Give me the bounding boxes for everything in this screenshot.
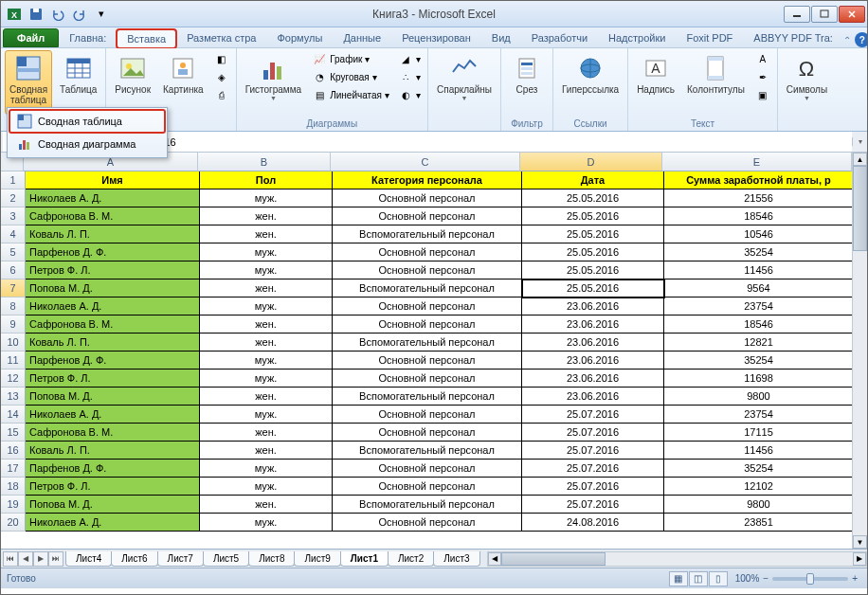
header-cell[interactable]: Пол	[200, 171, 333, 189]
sheet-tab-Лист7[interactable]: Лист7	[157, 551, 204, 567]
row-header-10[interactable]: 10	[1, 334, 26, 352]
zoom-slider[interactable]	[772, 577, 848, 581]
undo-icon[interactable]	[48, 5, 67, 24]
help-icon[interactable]: ?	[855, 32, 868, 47]
cell[interactable]: 25.05.2016	[522, 243, 664, 261]
row-header-6[interactable]: 6	[1, 261, 26, 279]
tab-данные[interactable]: Данные	[333, 28, 391, 47]
tab-foxit pdf[interactable]: Foxit PDF	[676, 28, 743, 47]
cell[interactable]: Вспомогательный персонал	[333, 496, 522, 514]
sheet-tab-Лист9[interactable]: Лист9	[294, 551, 340, 567]
formula-input[interactable]: 25.05.2016	[119, 132, 852, 152]
col-header-C[interactable]: C	[331, 153, 520, 171]
symbols-button[interactable]: Ω Символы ▼	[782, 50, 832, 104]
cell[interactable]: 24.08.2016	[522, 514, 664, 532]
zoom-thumb[interactable]	[806, 573, 814, 585]
pivot-chart-menuitem[interactable]: Сводная диаграмма	[9, 133, 165, 155]
row-header-16[interactable]: 16	[1, 442, 26, 460]
cell[interactable]: 12102	[664, 478, 852, 496]
row-header-13[interactable]: 13	[1, 388, 26, 406]
cell[interactable]: муж.	[200, 189, 333, 207]
cell[interactable]: Вспомогательный персонал	[333, 225, 522, 243]
redo-icon[interactable]	[70, 5, 89, 24]
cell[interactable]: муж.	[200, 243, 333, 261]
cell[interactable]: Основной персонал	[333, 243, 522, 261]
cell[interactable]: жен.	[200, 442, 333, 460]
pivot-table-button[interactable]: Сводная таблица ▼	[5, 50, 52, 115]
smartart-button[interactable]: ◈	[211, 68, 232, 85]
col-header-D[interactable]: D	[520, 153, 662, 171]
cell[interactable]: 25.07.2016	[522, 496, 664, 514]
view-layout-icon[interactable]: ◫	[689, 571, 708, 586]
view-normal-icon[interactable]: ▦	[669, 571, 688, 586]
cell[interactable]: 12821	[664, 334, 852, 352]
tab-разметка стра[interactable]: Разметка стра	[176, 28, 266, 47]
cell[interactable]: Сафронова В. М.	[26, 316, 200, 334]
cell[interactable]: 25.05.2016	[522, 225, 664, 243]
col-header-E[interactable]: E	[662, 153, 852, 171]
cell[interactable]: Основной персонал	[333, 406, 522, 424]
cell[interactable]: Попова М. Д.	[26, 388, 200, 406]
clipart-button[interactable]: Картинка	[158, 50, 208, 98]
cell[interactable]: муж.	[200, 370, 333, 388]
object-button[interactable]: ▣	[752, 86, 773, 103]
tab-file[interactable]: Файл	[3, 28, 59, 47]
sheet-tab-Лист8[interactable]: Лист8	[248, 551, 295, 567]
cell[interactable]: Парфенов Д. Ф.	[26, 352, 200, 370]
cell[interactable]: 25.05.2016	[522, 261, 664, 279]
cell[interactable]: 9800	[664, 496, 852, 514]
cell[interactable]: муж.	[200, 352, 333, 370]
row-header-1[interactable]: 1	[1, 171, 26, 189]
cell[interactable]: муж.	[200, 460, 333, 478]
tab-рецензирован[interactable]: Рецензирован	[391, 28, 481, 47]
scroll-right-icon[interactable]: ▶	[853, 552, 866, 566]
sheet-nav-prev-icon[interactable]: ◀	[18, 551, 33, 567]
cell[interactable]: 25.05.2016	[522, 279, 664, 298]
picture-button[interactable]: Рисунок	[110, 50, 155, 98]
scroll-left-icon[interactable]: ◀	[488, 552, 501, 566]
cell[interactable]: 25.05.2016	[522, 207, 664, 225]
cell[interactable]: 25.05.2016	[522, 189, 664, 207]
col-header-B[interactable]: B	[198, 153, 331, 171]
cell[interactable]: Основной персонал	[333, 207, 522, 225]
cell[interactable]: 18546	[664, 207, 852, 225]
cell[interactable]: 23.06.2016	[522, 352, 664, 370]
slicer-button[interactable]: Срез	[505, 50, 549, 98]
row-header-19[interactable]: 19	[1, 496, 26, 514]
tab-формулы[interactable]: Формулы	[267, 28, 334, 47]
tab-abbyy pdf tra:[interactable]: ABBYY PDF Tra:	[743, 28, 843, 47]
cell[interactable]: Петров Ф. Л.	[26, 370, 200, 388]
cell[interactable]: 23.06.2016	[522, 388, 664, 406]
maximize-button[interactable]	[811, 6, 838, 23]
sheet-tab-Лист5[interactable]: Лист5	[203, 551, 249, 567]
ribbon-min-icon[interactable]: ⌃	[843, 35, 851, 45]
cell[interactable]: Сафронова В. М.	[26, 207, 200, 225]
cell[interactable]: Вспомогательный персонал	[333, 334, 522, 352]
cell[interactable]: Основной персонал	[333, 298, 522, 316]
tab-надстройки[interactable]: Надстройки	[598, 28, 676, 47]
histogram-button[interactable]: Гистограмма ▼	[241, 50, 307, 104]
minimize-button[interactable]	[784, 6, 810, 23]
cell[interactable]: Основной персонал	[333, 424, 522, 442]
cell[interactable]: 9564	[664, 279, 852, 298]
sheet-tab-Лист6[interactable]: Лист6	[111, 551, 157, 567]
cell[interactable]: Петров Ф. Л.	[26, 478, 200, 496]
cell[interactable]: 25.07.2016	[522, 478, 664, 496]
cell[interactable]: Петров Ф. Л.	[26, 261, 200, 279]
cell[interactable]: Парфенов Д. Ф.	[26, 243, 200, 261]
table-button[interactable]: Таблица	[55, 50, 101, 98]
cell[interactable]: Основной персонал	[333, 189, 522, 207]
cell[interactable]: 23.06.2016	[522, 298, 664, 316]
row-header-14[interactable]: 14	[1, 406, 26, 424]
cell[interactable]: 23.06.2016	[522, 370, 664, 388]
sheet-tab-Лист4[interactable]: Лист4	[65, 551, 112, 567]
headerfooter-button[interactable]: Колонтитулы	[682, 50, 750, 98]
pivot-table-menuitem[interactable]: Сводная таблица	[9, 110, 165, 133]
zoom-in-icon[interactable]: +	[852, 573, 858, 584]
cell[interactable]: 25.07.2016	[522, 424, 664, 442]
cell[interactable]: жен.	[200, 316, 333, 334]
tab-разработчи[interactable]: Разработчи	[521, 28, 598, 47]
wordart-button[interactable]: A	[752, 50, 773, 67]
cell[interactable]: 35254	[664, 460, 852, 478]
cell[interactable]: Николаев А. Д.	[26, 406, 200, 424]
